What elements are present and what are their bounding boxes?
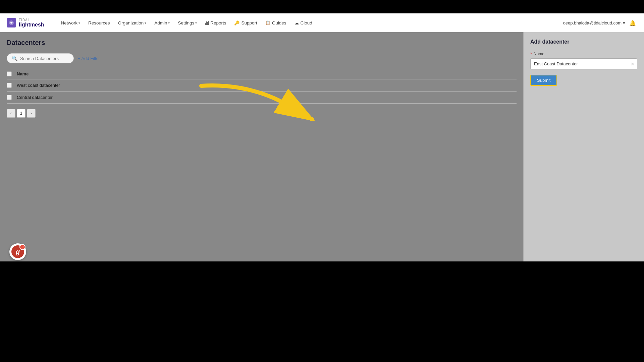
select-all-checkbox[interactable] [7,71,12,76]
nav-cloud[interactable]: ☁ Cloud [291,18,316,28]
pagination-next[interactable]: › [27,109,36,118]
key-icon: 🔑 [234,20,239,25]
page-title: Datacenters [7,39,517,47]
nav-reports[interactable]: Reports [202,18,229,28]
pagination-prev[interactable]: ‹ [7,109,15,118]
user-chevron-icon: ▾ [623,20,625,25]
name-form-group: * Name ✕ [530,52,637,69]
submit-button[interactable]: Submit [530,75,557,86]
main-panel: Datacenters 🔍 + Add Filter Name [0,32,523,261]
nav-admin[interactable]: Admin ▾ [151,18,173,28]
logo-lightmesh-text: lightmesh [19,22,44,28]
navbar-right: deep.bhalotia@tidalcloud.com ▾ 🔔 [563,18,637,27]
table-row: Central datacenter [7,92,517,104]
row-checkbox-cell [7,95,17,100]
book-icon: 📋 [265,20,270,25]
table-header: Name [7,69,517,79]
logo-text: tidal lightmesh [19,18,44,28]
cloud-icon: ☁ [294,20,299,25]
row-1-checkbox[interactable] [7,83,12,88]
nav-network[interactable]: Network ▾ [58,18,84,28]
add-filter-button[interactable]: + Add Filter [78,56,100,61]
g2-inner: g 3 [11,245,24,258]
organization-chevron-icon: ▾ [145,21,146,25]
pagination-page-1[interactable]: 1 [17,109,25,118]
name-input[interactable] [530,58,637,69]
row-checkbox-cell [7,83,17,88]
nav-guides[interactable]: 📋 Guides [262,18,290,28]
nav-resources[interactable]: Resources [85,18,113,28]
column-name-header: Name [17,71,29,76]
logo[interactable]: tidal lightmesh [7,18,44,28]
bar-chart-icon [205,21,209,25]
notification-bell[interactable]: 🔔 [628,18,637,27]
pagination: ‹ 1 › [7,109,517,118]
page-content: Datacenters 🔍 + Add Filter Name [0,32,644,261]
table-row: West coast datacenter [7,79,517,92]
clear-input-icon[interactable]: ✕ [631,61,635,67]
row-2-name[interactable]: Central datacenter [17,95,53,100]
settings-chevron-icon: ▾ [195,21,197,25]
right-panel: Add datacenter * Name ✕ Submit [523,32,644,261]
search-icon: 🔍 [12,56,17,61]
nav-settings[interactable]: Settings ▾ [174,18,200,28]
search-input[interactable] [20,56,67,61]
nav-support[interactable]: 🔑 Support [231,18,260,28]
nav-organization[interactable]: Organization ▾ [115,18,150,28]
navbar: tidal lightmesh Network ▾ Resources Orga… [0,13,644,32]
app-wrapper: tidal lightmesh Network ▾ Resources Orga… [0,13,644,261]
table-container: Name West coast datacenter Central datac… [7,69,517,104]
admin-chevron-icon: ▾ [168,21,170,25]
network-chevron-icon: ▾ [78,21,80,25]
row-2-checkbox[interactable] [7,95,12,100]
top-black-bar [0,0,644,13]
g2-badge[interactable]: g 3 [9,243,26,260]
name-label: * Name [530,52,637,56]
row-1-name[interactable]: West coast datacenter [17,83,60,88]
toolbar: 🔍 + Add Filter [7,53,517,63]
search-box[interactable]: 🔍 [7,53,74,63]
panel-title: Add datacenter [530,39,637,45]
logo-icon [7,18,16,27]
user-menu[interactable]: deep.bhalotia@tidalcloud.com ▾ [563,20,625,25]
navbar-nav: Network ▾ Resources Organization ▾ Admin… [58,18,563,28]
name-input-wrapper: ✕ [530,58,637,69]
required-asterisk: * [530,52,532,56]
header-checkbox-cell [7,71,17,76]
logo-tidal-text: tidal [19,18,44,22]
bottom-black-bar: g 3 [0,261,644,276]
g2-badge-count: 3 [19,244,25,250]
